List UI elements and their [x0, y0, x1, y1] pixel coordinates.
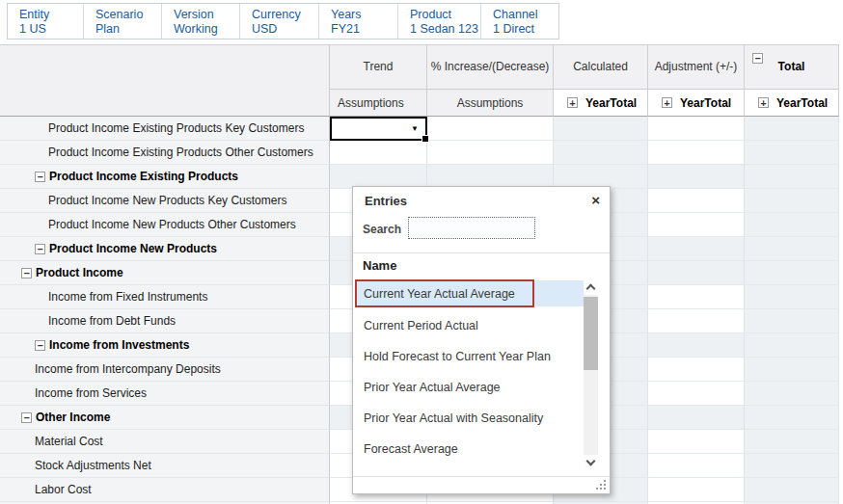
row-header[interactable]: Product Income New Products Key Customer…: [0, 189, 330, 213]
grid-cell-trend[interactable]: [330, 141, 427, 165]
grid-cell-adjustment[interactable]: [648, 117, 745, 141]
row-header[interactable]: Income from Fixed Instruments: [0, 285, 330, 309]
entry-item[interactable]: Forecast Average: [356, 434, 585, 464]
collapse-icon[interactable]: −: [752, 53, 763, 64]
close-icon[interactable]: ×: [591, 192, 600, 209]
grid-cell-total[interactable]: [745, 454, 839, 478]
pov-item-product[interactable]: Product1 Sedan 123: [398, 4, 481, 39]
grid-cell-calculated[interactable]: [554, 117, 648, 141]
scrollbar-track[interactable]: [584, 295, 598, 455]
grid-cell-calculated[interactable]: [554, 141, 648, 165]
row-header[interactable]: −Product Income New Products: [0, 237, 330, 261]
grid-cell-total[interactable]: [745, 189, 839, 213]
subheader-total[interactable]: +YearTotal: [745, 90, 839, 117]
column-header-trend[interactable]: Trend: [330, 45, 427, 90]
row-header[interactable]: Product Income New Products Other Custom…: [0, 213, 330, 237]
grid-cell-adjustment[interactable]: [648, 285, 745, 309]
grid-cell-total[interactable]: [745, 261, 839, 285]
search-input[interactable]: [408, 217, 535, 239]
row-header[interactable]: −Income from Investments: [0, 333, 330, 358]
grid-cell-adjustment[interactable]: [648, 237, 745, 261]
grid-cell-total[interactable]: [745, 213, 839, 237]
collapse-icon[interactable]: −: [35, 244, 45, 254]
grid-cell-total[interactable]: [745, 141, 839, 165]
row-header-label: Income from Services: [35, 386, 147, 400]
row-header[interactable]: Income from Services: [0, 382, 330, 406]
pov-item-version[interactable]: VersionWorking: [162, 4, 240, 39]
grid-cell-total[interactable]: [745, 165, 839, 189]
grid-cell-trend[interactable]: ▼: [330, 117, 427, 141]
expand-icon[interactable]: +: [662, 97, 672, 108]
row-header[interactable]: Product Income Existing Products Other C…: [0, 141, 330, 165]
grid-cell-adjustment[interactable]: [648, 478, 745, 502]
subheader-label: Assumptions: [457, 96, 524, 110]
pov-dimension-label: Years: [331, 8, 397, 22]
column-header-total[interactable]: −Total: [745, 45, 839, 90]
scrollbar[interactable]: [584, 280, 598, 469]
grid-cell-adjustment[interactable]: [648, 189, 745, 213]
row-header[interactable]: Labor Cost: [0, 478, 330, 502]
subheader-pct[interactable]: Assumptions: [427, 90, 554, 117]
column-header-adjustment[interactable]: Adjustment (+/-): [648, 45, 745, 90]
collapse-icon[interactable]: −: [21, 412, 32, 423]
row-header[interactable]: −Product Income Existing Products: [0, 165, 330, 189]
grid-cell-adjustment[interactable]: [648, 406, 745, 430]
scroll-up-button[interactable]: [584, 280, 598, 295]
grid-cell-total[interactable]: [745, 309, 839, 333]
row-header[interactable]: −Other Income: [0, 406, 330, 430]
row-header[interactable]: −Product Income: [0, 261, 330, 285]
entry-item[interactable]: Prior Year Actual Average: [356, 372, 585, 403]
grid-cell-total[interactable]: [745, 237, 839, 261]
pov-item-entity[interactable]: Entity1 US: [8, 4, 84, 39]
scroll-up-icon: [586, 284, 596, 294]
row-header[interactable]: Income from Intercompany Deposits: [0, 358, 330, 382]
scroll-down-button[interactable]: [584, 455, 598, 469]
row-header[interactable]: Income from Debt Funds: [0, 309, 330, 333]
grid-cell-total[interactable]: [745, 285, 839, 309]
grid-cell-adjustment[interactable]: [648, 165, 745, 189]
collapse-icon[interactable]: −: [21, 268, 32, 279]
grid-cell-adjustment[interactable]: [648, 454, 745, 478]
grid-cell-adjustment[interactable]: [648, 141, 745, 165]
subheader-adjustment[interactable]: +YearTotal: [648, 90, 745, 117]
resize-grip-icon[interactable]: [604, 488, 606, 490]
grid-cell-total[interactable]: [745, 406, 839, 430]
pov-item-years[interactable]: YearsFY21: [319, 4, 398, 39]
row-header[interactable]: Material Cost: [0, 430, 330, 454]
pov-item-scenario[interactable]: ScenarioPlan: [84, 4, 162, 39]
collapse-icon[interactable]: −: [35, 340, 45, 351]
pov-item-channel[interactable]: Channel1 Direct: [481, 4, 558, 39]
grid-cell-total[interactable]: [745, 333, 839, 358]
scrollbar-thumb[interactable]: [584, 297, 598, 370]
expand-icon[interactable]: +: [758, 97, 769, 108]
grid-cell-total[interactable]: [745, 117, 839, 141]
grid-cell-total[interactable]: [745, 382, 839, 406]
row-header[interactable]: Product Income Existing Products Key Cus…: [0, 117, 330, 141]
fill-handle[interactable]: [422, 135, 429, 143]
grid-cell-adjustment[interactable]: [648, 382, 745, 406]
column-header-calculated[interactable]: Calculated: [554, 45, 648, 90]
subheader-trend[interactable]: Assumptions: [330, 90, 427, 117]
grid-cell-pct[interactable]: [427, 117, 554, 141]
grid-cell-adjustment[interactable]: [648, 430, 745, 454]
subheader-calculated[interactable]: +YearTotal: [554, 90, 648, 117]
grid-cell-total[interactable]: [745, 358, 839, 382]
grid-cell-adjustment[interactable]: [648, 333, 745, 358]
entry-item[interactable]: Prior Year Actual with Seasonality: [356, 403, 585, 434]
entry-item[interactable]: Current Period Actual: [356, 310, 585, 341]
row-header[interactable]: Stock Adjustments Net: [0, 454, 330, 478]
grid-cell-adjustment[interactable]: [648, 309, 745, 333]
grid-cell-adjustment[interactable]: [648, 261, 745, 285]
dropdown-caret-icon[interactable]: ▼: [411, 125, 419, 133]
expand-icon[interactable]: +: [567, 97, 578, 108]
collapse-icon[interactable]: −: [35, 172, 45, 182]
grid-cell-total[interactable]: [745, 478, 839, 502]
entry-item[interactable]: Current Year Actual Average: [356, 280, 585, 306]
entry-item[interactable]: Hold Forecast to Current Year Plan: [356, 341, 585, 372]
column-header-pct[interactable]: % Increase/(Decrease): [427, 45, 554, 90]
pov-item-currency[interactable]: CurrencyUSD: [240, 4, 319, 39]
grid-cell-adjustment[interactable]: [648, 213, 745, 237]
grid-cell-adjustment[interactable]: [648, 358, 745, 382]
grid-cell-pct[interactable]: [427, 141, 554, 165]
grid-cell-total[interactable]: [745, 430, 839, 454]
